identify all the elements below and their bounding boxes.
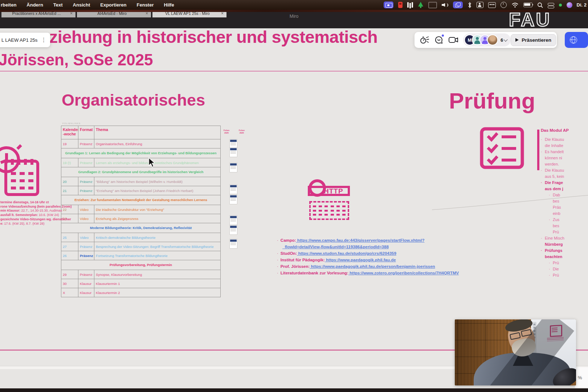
clipboard-manager-icon[interactable] <box>453 1 463 8</box>
slide-thumbnail[interactable] <box>229 147 237 157</box>
link-url[interactable]: https://www.studon.fau.de/studon/go/crs/… <box>297 251 396 256</box>
link-url[interactable]: https://www.paedagogik.phil.fau.de/perso… <box>310 264 435 269</box>
notification-dot <box>442 34 444 37</box>
slide-thumbnail[interactable] <box>229 225 237 235</box>
menu-item[interactable]: Ändern <box>21 2 48 8</box>
slide-thumbnail[interactable] <box>229 239 237 249</box>
table-row: XKlausurKlausurtermin 2 <box>61 288 220 297</box>
calendar-clock-icon[interactable] <box>0 144 40 198</box>
time-machine-icon[interactable] <box>501 2 507 8</box>
board-menu-icon[interactable]: ⋮ <box>41 37 46 43</box>
control-center-icon[interactable] <box>548 3 554 8</box>
slide-thumbnail[interactable] <box>229 215 237 225</box>
present-label: Präsentieren <box>522 37 551 43</box>
bluetooth-icon[interactable] <box>467 2 472 8</box>
exam-item: ·ZusbesPrü <box>549 217 588 235</box>
links-block[interactable]: ·Campo: https://www.campo.fau.de:443/qis… <box>277 237 495 276</box>
menu-item[interactable]: Fenster <box>132 2 159 8</box>
present-button[interactable]: Präsentieren <box>511 34 556 46</box>
table-row: 29PräsenzSynopse, Klausurvorbereitung <box>61 270 220 279</box>
http-link-icon[interactable]: HTTP <box>308 179 351 223</box>
menubar-items: rbeitenÄndernTextAnsichtExportierenFenst… <box>0 2 179 8</box>
fast-user-switch-icon[interactable] <box>477 2 483 8</box>
menubar-clock[interactable]: Di. 2 <box>577 2 587 8</box>
avatar[interactable] <box>487 34 498 45</box>
board-name: L LAEW AP1 25s <box>1 37 37 43</box>
table-row: 30KlausurKlausurtermin 1 <box>61 279 220 288</box>
siri-icon[interactable] <box>567 2 572 8</box>
thumb-column-label: Folien 2025 <box>235 129 248 134</box>
checklist-icon[interactable] <box>480 127 524 169</box>
play-icon <box>515 38 519 42</box>
vpn-tree-icon[interactable] <box>418 2 424 8</box>
exam-item: ·Prü <box>549 260 588 266</box>
link-url[interactable]: https://www.paedagogik.phil.fau.de <box>325 258 396 262</box>
heading-pruefung[interactable]: Prüfung <box>449 88 535 114</box>
table-row: 19 (!)PräsenzLernen als erziehungs- und … <box>61 158 220 167</box>
board-subtitle[interactable]: Jörissen, SoSe 2025 <box>0 51 153 69</box>
slide-thumbnail[interactable] <box>229 163 237 172</box>
exam-item: ·Die Frageaus dem j <box>541 180 588 192</box>
video-call-icon[interactable] <box>448 36 458 44</box>
link-url[interactable]: https://www.zotero.org/joeriben/collecti… <box>348 271 459 275</box>
slide-thumbnail[interactable] <box>229 195 237 204</box>
table-row: 25VideoKritisch-demokratische Bildungsth… <box>61 233 220 242</box>
table-row: 26PräsenzFortsetzung Transformatorische … <box>61 251 220 260</box>
col-header-kalenderwoche: Kalender -woche <box>61 126 78 139</box>
columns-app-icon[interactable] <box>407 2 413 8</box>
table-banner-row: Erziehen: Zur fundamentalen Notwendigkei… <box>61 195 220 205</box>
heading-organisatorisches[interactable]: Organisatorisches <box>62 91 205 110</box>
note-line: termine dienstags, 14-16 Uhr ct <box>0 200 65 205</box>
link-item: ·Institut für Pädagogik: https://www.pae… <box>277 257 495 263</box>
link-url[interactable]: _flowId=detailView-flow&unitId=119386&pe… <box>282 245 389 249</box>
link-item: ·Literaturdatenbank zur Vorlesung: https… <box>277 270 495 276</box>
exam-item: ·Eine MischNürnberg <box>541 235 588 248</box>
clipped-board-shape <box>537 130 539 170</box>
battery-icon[interactable] <box>523 3 532 7</box>
volume-icon[interactable] <box>442 2 448 8</box>
menu-item[interactable]: Text <box>48 2 68 8</box>
mouse-cursor <box>148 158 157 168</box>
schedule-table[interactable]: Kalender -woche Format Thema 19PräsenzOr… <box>61 126 221 297</box>
collaborator-count[interactable]: 6 <box>501 37 503 43</box>
board-main-title[interactable]: rziehung in historischer und systematisc… <box>43 27 377 47</box>
link-item: ·Prof. Jörissen: https://www.paedagogik.… <box>277 263 495 270</box>
menu-item[interactable]: Hilfe <box>159 2 179 8</box>
http-label: HTTP <box>324 187 343 195</box>
menu-item[interactable]: rbeiten <box>0 2 21 8</box>
schedule-table-body: 19PräsenzOrganisatorisches, EinführungGr… <box>61 139 220 297</box>
screen-sharing-icon[interactable] <box>384 1 393 8</box>
webcam-video[interactable] <box>455 319 576 385</box>
link-url[interactable]: https://www.campo.fau.de:443/qisserver/p… <box>296 238 425 242</box>
notes-block[interactable]: termine dienstags, 14-16 Uhr ctrone Vide… <box>0 200 65 226</box>
table-banner-row: Prüfungsvorbereitung, Prüfungstermin <box>61 260 220 270</box>
table-banner-row: Grundlagen 2: Grundphänomene und Grundbe… <box>61 167 220 177</box>
table-row: 27PräsenzBesprechung der Video-Sitzungen… <box>61 242 220 251</box>
col-header-thema: Thema <box>94 126 220 139</box>
menu-item[interactable]: Exportieren <box>95 2 131 8</box>
comments-icon[interactable] <box>434 36 443 44</box>
zoom-indicator[interactable]: % <box>575 367 588 388</box>
display-icon[interactable] <box>428 2 437 8</box>
note-line: rone Videoaufzeichung (kein paralleles Z… <box>0 205 65 209</box>
exam-heading[interactable]: Das Modul AP <box>541 128 569 132</box>
spotlight-search-icon[interactable] <box>537 2 543 8</box>
reactions-icon[interactable] <box>420 36 429 44</box>
board-name-pill[interactable]: L LAEW AP1 25s ⋮ <box>0 33 50 47</box>
exam-item: ·Die Klausuaus 5, kein <box>541 167 588 180</box>
wifi-icon[interactable] <box>511 2 519 8</box>
zoom-percent-label: % <box>578 375 582 380</box>
chevron-down-icon[interactable] <box>504 37 508 41</box>
share-button[interactable] <box>565 32 588 48</box>
wallpaper-sliver <box>0 10 588 12</box>
recording-app-icon[interactable] <box>398 2 403 8</box>
slide-thumbnail[interactable] <box>229 184 237 194</box>
collaborator-avatars[interactable]: M 6 <box>463 33 511 46</box>
magnifier-ring <box>309 179 326 197</box>
menu-item[interactable]: Ansicht <box>68 2 95 8</box>
note-line: gezeichnete Video-Sitzungen wg. dienstli… <box>0 217 65 222</box>
widget-icon[interactable] <box>488 2 496 8</box>
table-banner-row: Grundlagen 1: Lernen als Bedingung der M… <box>61 148 220 158</box>
note-line: e: 17.6. (KW 25), 8.7. (KW 28) <box>0 222 65 226</box>
exam-item: ·Prü <box>549 272 588 278</box>
